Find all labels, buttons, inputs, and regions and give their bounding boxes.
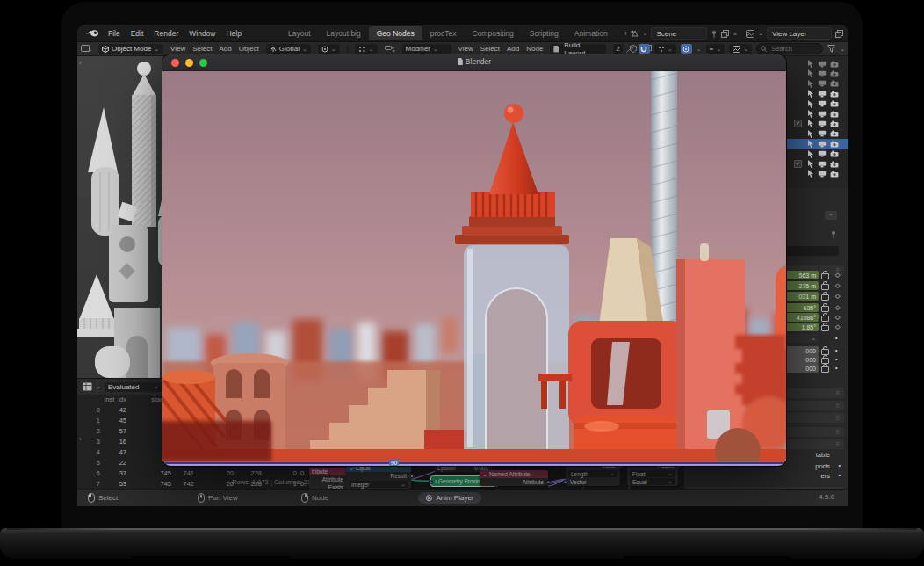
blender-logo-icon[interactable] — [86, 28, 99, 38]
keyframe-diamond-icon[interactable]: ◇ — [835, 323, 840, 330]
scene-browse-chevron[interactable]: ⌄ — [643, 31, 648, 36]
float-operation-dropdown[interactable]: Equal⌄ — [630, 478, 675, 485]
timeline-strip[interactable] — [162, 461, 786, 466]
disable-render-camera-icon[interactable] — [830, 120, 839, 127]
playhead-frame-label[interactable]: 90 — [389, 460, 399, 466]
spreadsheet-cell[interactable]: 57 — [93, 427, 126, 435]
overlay-dropdown[interactable]: ⌄ — [729, 44, 752, 54]
data-type-dropdown[interactable]: Integer⌄ — [349, 481, 408, 488]
mode-dropdown[interactable]: Object Mode⌄ — [98, 44, 163, 54]
hide-viewport-monitor-icon[interactable] — [818, 111, 827, 118]
spreadsheet-cell[interactable]: 37 — [93, 469, 126, 477]
hide-viewport-monitor-icon[interactable] — [818, 120, 827, 127]
hide-viewport-monitor-icon[interactable] — [818, 80, 827, 87]
scene-icon[interactable] — [630, 29, 639, 38]
spreadsheet-cell[interactable]: 53 — [93, 480, 126, 488]
lock-icon[interactable] — [821, 325, 829, 331]
viewport-expand-arrow[interactable]: › — [79, 59, 82, 67]
selectability-cursor-icon[interactable] — [807, 150, 814, 158]
spreadsheet-cell[interactable]: 42 — [93, 406, 126, 414]
selectability-cursor-icon[interactable] — [807, 60, 814, 68]
hide-viewport-monitor-icon[interactable] — [818, 171, 827, 178]
ne-menu-select[interactable]: Select — [480, 45, 500, 53]
vector-input-socket[interactable] — [563, 480, 567, 484]
selectability-cursor-icon[interactable] — [807, 100, 814, 108]
hide-viewport-monitor-icon[interactable] — [818, 150, 827, 157]
tab-layout-big[interactable]: Layout.big — [319, 26, 369, 40]
view-layer-chevron[interactable]: ⌄ — [758, 31, 763, 36]
vector-math-operation-dropdown[interactable]: Length⌄ — [568, 470, 617, 477]
view-layer-field[interactable]: View Layer — [767, 27, 832, 40]
anim-player-button[interactable]: ⊗ Anim Player — [418, 492, 481, 504]
disable-render-camera-icon[interactable] — [830, 100, 839, 107]
selectability-cursor-icon[interactable] — [807, 120, 814, 127]
outliner-checkbox[interactable]: ✓ — [794, 120, 802, 127]
keyframe-diamond-icon[interactable]: ◇ — [835, 314, 840, 321]
spreadsheet-cell[interactable]: 22 — [93, 459, 126, 467]
named-attribute-node[interactable]: ⌄Named Attribute Attribute — [480, 470, 548, 486]
named-attr-output-socket[interactable] — [546, 480, 551, 484]
keyframe-diamond-icon[interactable]: ◇ — [835, 272, 840, 279]
tab-animation[interactable]: Animation — [567, 26, 616, 40]
selectability-cursor-icon[interactable] — [807, 80, 814, 88]
tab-layout[interactable]: Layout — [280, 26, 319, 40]
menu-window[interactable]: Window — [189, 29, 215, 38]
lock-icon[interactable] — [821, 358, 829, 364]
menu-render[interactable]: Render — [154, 29, 178, 38]
disable-render-camera-icon[interactable] — [830, 130, 839, 137]
compare-int-node[interactable]: ⌄Equal Result Integer⌄ — [346, 464, 411, 489]
search-input[interactable] — [769, 44, 813, 54]
attribute-node-header[interactable]: tribute — [309, 468, 348, 475]
disable-render-camera-icon[interactable] — [830, 70, 839, 77]
properties-pin-icon[interactable] — [830, 230, 837, 238]
spreadsheet-cell[interactable]: 0 — [263, 469, 297, 477]
snap-settings-dropdown[interactable]: ⌄ — [654, 44, 676, 54]
menu-help[interactable]: Help — [226, 29, 241, 38]
node-group-name-field[interactable]: Build Layout — [550, 44, 606, 54]
keyframe-diamond-icon[interactable]: ◇ — [835, 293, 840, 300]
hide-viewport-monitor-icon[interactable] — [818, 70, 827, 77]
spreadsheet-cell[interactable]: 742 — [165, 480, 194, 488]
lock-icon[interactable] — [821, 294, 829, 301]
visibility-toggle-dot[interactable]: • — [839, 472, 841, 478]
new-view-layer-icon[interactable] — [835, 30, 843, 38]
float-data-type-dropdown[interactable]: Float⌄ — [630, 470, 675, 477]
snap-magnet-icon[interactable] — [639, 44, 650, 54]
hide-viewport-monitor-icon[interactable] — [818, 161, 827, 168]
ne-menu-add[interactable]: Add — [507, 45, 519, 53]
floating-blender-window[interactable]: Blender — [162, 54, 786, 466]
disable-render-camera-icon[interactable] — [830, 111, 839, 118]
selectability-cursor-icon[interactable] — [807, 170, 814, 178]
pivot-dropdown[interactable]: ⌄ — [318, 44, 340, 54]
lock-icon[interactable] — [821, 366, 829, 373]
dataset-dropdown[interactable]: Evaluated⌄ — [105, 382, 162, 392]
proportional-editing-icon[interactable] — [681, 44, 692, 54]
lock-icon[interactable] — [821, 316, 829, 322]
node-tree-type-dropdown[interactable]: Modifier⌄ — [402, 44, 451, 54]
hide-viewport-monitor-icon[interactable] — [818, 91, 827, 98]
window-titlebar[interactable]: Blender — [162, 54, 786, 71]
hide-viewport-monitor-icon[interactable] — [818, 141, 827, 148]
spreadsheet-type-chevron[interactable]: ⌄ — [96, 384, 101, 389]
vp-menu-view[interactable]: View — [170, 45, 185, 53]
visibility-toggle-dot[interactable]: • — [839, 462, 841, 468]
filter-funnel-icon[interactable] — [827, 45, 835, 53]
hide-viewport-monitor-icon[interactable] — [818, 100, 827, 107]
properties-dropdown-chevron[interactable]: ⌄ — [825, 211, 837, 220]
ne-menu-view[interactable]: View — [458, 45, 473, 53]
selectability-cursor-icon[interactable] — [807, 140, 814, 148]
spreadsheet-icon[interactable] — [83, 382, 92, 391]
gp-input-socket[interactable] — [429, 480, 433, 484]
pin-icon[interactable] — [711, 30, 718, 38]
menu-edit[interactable]: Edit — [131, 29, 144, 38]
selectability-cursor-icon[interactable] — [807, 130, 814, 138]
tab-proctex[interactable]: procTex — [422, 26, 465, 40]
disable-render-camera-icon[interactable] — [830, 171, 839, 178]
snap-falloff-dropdown[interactable]: ⌄ — [355, 44, 378, 54]
animate-dot-icon[interactable]: • — [835, 347, 837, 353]
viewport-editor-type-icon[interactable] — [81, 45, 91, 54]
spreadsheet-cell[interactable]: 228 — [227, 469, 262, 477]
view-layer-icon[interactable] — [746, 30, 754, 38]
selectability-cursor-icon[interactable] — [807, 110, 814, 118]
spreadsheet-cell[interactable]: 16 — [93, 438, 126, 446]
